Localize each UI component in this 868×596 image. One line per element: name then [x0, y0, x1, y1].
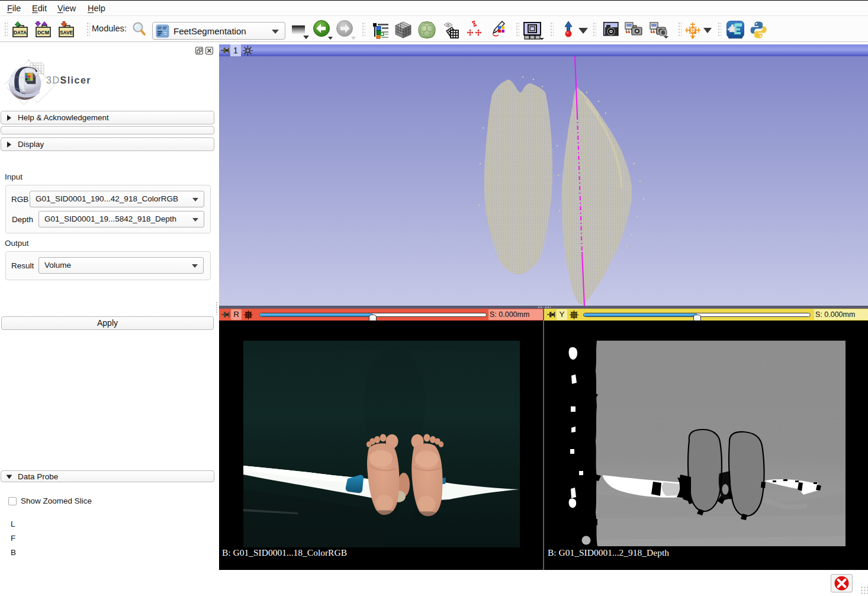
svg-text:DATA: DATA — [14, 29, 27, 36]
svg-text:DCM: DCM — [37, 29, 49, 36]
svg-text:SAVE: SAVE — [60, 29, 73, 36]
